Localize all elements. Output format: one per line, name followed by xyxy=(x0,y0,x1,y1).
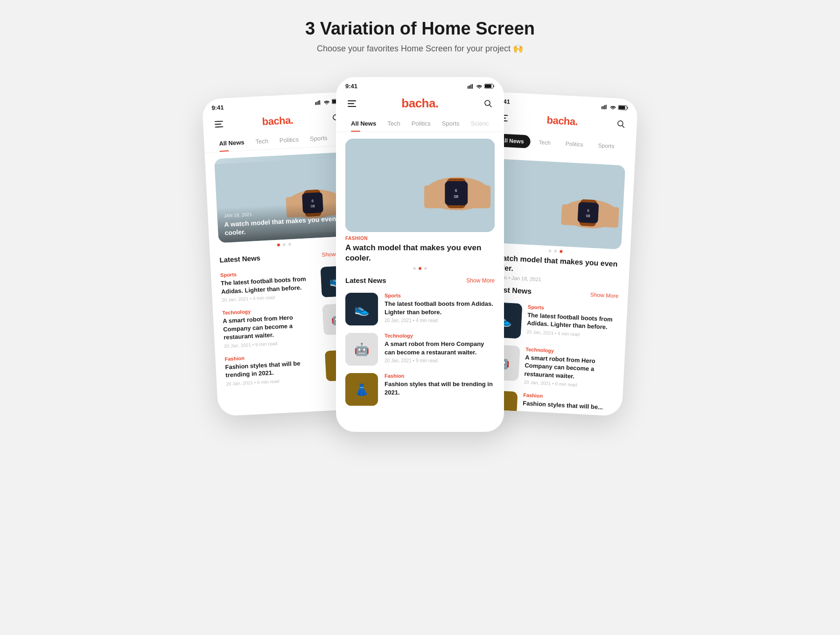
svg-rect-54 xyxy=(604,105,605,109)
latest-news-title-left: Latest News xyxy=(219,254,260,264)
app-logo-center: bacha. xyxy=(401,96,438,111)
dot-2-right xyxy=(554,250,557,253)
svg-rect-28 xyxy=(470,85,471,89)
news-title-1-right: The latest football boots from Adidas. L… xyxy=(527,311,618,332)
news-item-3-center[interactable]: 👗 Fashion Fashion styles that will be tr… xyxy=(336,369,504,409)
svg-point-30 xyxy=(479,88,480,89)
dot-3-center xyxy=(424,267,427,270)
svg-rect-0 xyxy=(315,102,316,105)
tab-tech-right[interactable]: Tech xyxy=(532,135,558,150)
page-subtitle: Choose your favorites Home Screen for yo… xyxy=(305,43,535,54)
hero-label-center: FASHION xyxy=(345,236,495,241)
tab-politics-center[interactable]: Politics xyxy=(406,116,436,132)
tab-sports-right[interactable]: Sports xyxy=(591,139,621,153)
svg-rect-3 xyxy=(319,100,321,105)
news-meta-1-center: 20 Jan, 2021 • 4 min read xyxy=(385,318,495,323)
news-meta-2-center: 20 Jan, 2021 • 9 min read xyxy=(385,358,495,363)
news-title-2-right: A smart robot from Hero Company can beco… xyxy=(524,353,615,382)
svg-rect-2 xyxy=(318,100,319,105)
news-content-2-center: Technology A smart robot from Hero Compa… xyxy=(385,333,495,363)
news-category-1-center: Sports xyxy=(385,293,495,298)
news-title-3-center: Fashion styles that will be trending in … xyxy=(385,380,495,396)
dot-1-right xyxy=(548,249,551,252)
svg-rect-53 xyxy=(602,106,603,109)
latest-news-header-center: Latest News Show More xyxy=(336,274,504,289)
svg-rect-35 xyxy=(348,103,354,104)
news-category-2-center: Technology xyxy=(385,333,495,339)
news-content-2-left: Technology A smart robot from Hero Compa… xyxy=(222,305,319,349)
tab-all-news-center[interactable]: All News xyxy=(345,116,382,132)
svg-rect-9 xyxy=(215,124,221,125)
svg-rect-1 xyxy=(316,101,317,105)
tab-tech-left[interactable]: Tech xyxy=(250,134,274,150)
page-title: 3 Variation of Home Screen xyxy=(305,19,535,39)
phones-container: 9:41 bacha. All News Tech Politics Sp xyxy=(93,77,747,432)
app-logo-left: bacha. xyxy=(262,114,294,128)
news-item-2-center[interactable]: 🤖 Technology A smart robot from Hero Com… xyxy=(336,329,504,369)
status-icons-center xyxy=(468,84,495,89)
hamburger-button-center[interactable] xyxy=(345,97,358,110)
news-thumb-1-center: 👟 xyxy=(345,293,378,325)
svg-point-56 xyxy=(612,109,613,110)
latest-news-title-center: Latest News xyxy=(345,276,386,284)
page-header: 3 Variation of Home Screen Choose your f… xyxy=(305,19,535,54)
news-content-2-right: Technology A smart robot from Hero Compa… xyxy=(524,346,616,389)
tab-tech-center[interactable]: Tech xyxy=(382,116,406,132)
hero-overlay-left: JAN 18, 2021 A watch model that makes yo… xyxy=(217,201,350,243)
svg-line-38 xyxy=(489,105,491,107)
status-time-left: 9:41 xyxy=(211,104,224,111)
svg-rect-58 xyxy=(618,106,625,110)
dot-1-left xyxy=(277,243,280,246)
svg-rect-33 xyxy=(493,85,494,87)
app-logo-right: bacha. xyxy=(546,114,578,128)
hero-dots-center xyxy=(336,267,504,270)
news-content-3-left: Fashion Fashion styles that will be tren… xyxy=(224,351,321,387)
dot-1-center xyxy=(413,267,416,270)
news-category-3-center: Fashion xyxy=(385,373,495,379)
app-header-center: bacha. xyxy=(336,92,504,116)
news-title-3-left: Fashion styles that will be trending in … xyxy=(225,358,321,380)
hero-caption-right: A watch model that makes you even cooler… xyxy=(489,253,621,286)
svg-text:👗: 👗 xyxy=(354,382,370,397)
search-button-center[interactable] xyxy=(482,97,495,110)
show-more-center[interactable]: Show More xyxy=(466,277,495,284)
hero-card-center: 6 08 xyxy=(345,139,495,232)
news-title-1-left: The latest football boots from Adidas. L… xyxy=(221,275,316,296)
hamburger-button-left[interactable] xyxy=(212,117,226,131)
status-time-center: 9:41 xyxy=(345,83,357,90)
svg-rect-43 xyxy=(445,181,468,205)
svg-rect-34 xyxy=(348,100,356,101)
tab-politics-right[interactable]: Politics xyxy=(559,137,590,151)
hero-card-left: 6 08 JAN 18, 2021 A watch model that mak… xyxy=(214,152,349,243)
status-bar-center: 9:41 xyxy=(336,77,504,92)
svg-text:👟: 👟 xyxy=(354,302,370,317)
search-button-right[interactable] xyxy=(614,117,628,131)
svg-text:08: 08 xyxy=(454,194,458,199)
svg-rect-10 xyxy=(215,126,224,127)
svg-rect-36 xyxy=(348,106,356,107)
svg-rect-32 xyxy=(485,85,491,88)
tab-sports-left[interactable]: Sports xyxy=(304,130,333,147)
hero-caption-center: FASHION A watch model that makes you eve… xyxy=(345,236,495,263)
svg-rect-26 xyxy=(468,86,469,89)
news-content-1-left: Sports The latest football boots from Ad… xyxy=(220,268,316,303)
svg-point-4 xyxy=(326,104,327,105)
news-title-2-left: A smart robot from Hero Company can beco… xyxy=(223,312,318,342)
hero-title-center: A watch model that makes you even cooler… xyxy=(345,243,495,263)
svg-rect-55 xyxy=(605,105,607,109)
tab-politics-left[interactable]: Politics xyxy=(273,132,305,148)
phone-center: 9:41 bacha. All News Tech Politics Sp xyxy=(336,77,504,432)
show-more-right[interactable]: Show More xyxy=(590,291,619,299)
tab-all-news-left[interactable]: All News xyxy=(213,135,251,152)
news-item-1-center[interactable]: 👟 Sports The latest football boots from … xyxy=(336,289,504,329)
tab-science-center[interactable]: Scienc xyxy=(465,116,494,132)
svg-rect-27 xyxy=(469,85,470,89)
news-thumb-3-center: 👗 xyxy=(345,373,378,406)
svg-text:6: 6 xyxy=(455,188,457,193)
news-content-3-center: Fashion Fashion styles that will be tren… xyxy=(385,373,495,398)
svg-text:🤖: 🤖 xyxy=(354,342,370,357)
dot-2-center xyxy=(419,267,421,270)
dot-3-right xyxy=(560,250,562,253)
news-content-3-right: Fashion Fashion styles that will be... xyxy=(523,392,614,414)
tab-sports-center[interactable]: Sports xyxy=(436,116,465,132)
